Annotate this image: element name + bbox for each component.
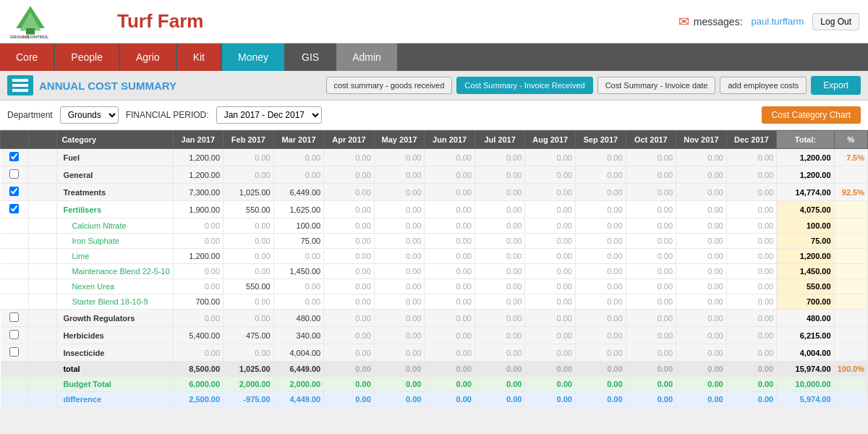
- row-category: Treatments: [57, 184, 173, 201]
- row-code: [29, 166, 57, 184]
- row-value: 0.00: [374, 310, 425, 327]
- row-value: 0.00: [726, 310, 777, 327]
- row-value: 0.00: [626, 201, 676, 218]
- mail-icon: ✉: [678, 14, 689, 30]
- nav-agrio[interactable]: Agrio: [120, 43, 176, 71]
- table-row: Treatments7,300.001,025.006,449.000.000.…: [1, 184, 868, 201]
- row-code: [29, 149, 57, 166]
- row-value: 0.00: [525, 279, 576, 294]
- nav-gis[interactable]: GIS: [286, 43, 335, 71]
- row-total: 14,774.00: [777, 184, 834, 201]
- row-value: 0.00: [324, 264, 375, 279]
- section-icon: [7, 75, 33, 95]
- row-value: 0.00: [173, 264, 224, 279]
- th-oct: Oct 2017: [626, 131, 676, 149]
- cost-category-chart-button[interactable]: Cost Category Chart: [762, 106, 861, 124]
- row-value: 0.00: [575, 327, 626, 344]
- row-value: 1,200.00: [173, 166, 224, 184]
- row-value: 0.00: [475, 166, 524, 184]
- btn-invoice-date[interactable]: Cost Summary - Invoice date: [597, 77, 716, 94]
- row-checkbox-cell: [1, 344, 29, 362]
- logout-button[interactable]: Log Out: [812, 13, 859, 30]
- row-pct: [834, 201, 867, 218]
- row-value: 0.00: [525, 166, 576, 184]
- row-value: 0.00: [173, 310, 224, 327]
- th-apr: Apr 2017: [324, 131, 375, 149]
- row-checkbox[interactable]: [9, 330, 19, 339]
- row-checkbox[interactable]: [9, 152, 19, 161]
- th-may: May 2017: [374, 131, 425, 149]
- nav-people[interactable]: People: [55, 43, 119, 71]
- row-value: 0.00: [374, 201, 425, 218]
- nav-money[interactable]: Money: [222, 43, 284, 71]
- nav-admin[interactable]: Admin: [336, 43, 397, 71]
- table-row: Herbicides5,400.00475.00340.000.000.000.…: [1, 327, 868, 344]
- table-row: Insecticide0.000.004,004.000.000.000.000…: [1, 344, 868, 362]
- row-value: 5,400.00: [173, 327, 224, 344]
- row-checkbox[interactable]: [9, 347, 19, 357]
- nav-core[interactable]: Core: [0, 43, 54, 71]
- row-code: [29, 344, 57, 362]
- row-value: 0.00: [224, 294, 274, 310]
- row-value: 0.00: [525, 344, 576, 362]
- row-value: 0.00: [676, 249, 727, 264]
- nav-kit[interactable]: Kit: [177, 43, 221, 71]
- row-value: 0.00: [425, 310, 475, 327]
- btn-employee-costs[interactable]: add employee costs: [720, 77, 807, 94]
- row-value: 0.00: [726, 184, 777, 201]
- app-title: Turf Farm: [117, 10, 203, 33]
- row-value: 0.00: [726, 344, 777, 362]
- summary-value: 0.00: [676, 377, 727, 392]
- row-code: [29, 249, 57, 264]
- row-category: Fertilisers: [57, 201, 173, 218]
- row-total: 550.00: [777, 279, 834, 294]
- row-code: [29, 201, 57, 218]
- row-code: [29, 234, 57, 249]
- btn-export[interactable]: Export: [811, 76, 861, 95]
- row-value: 0.00: [475, 201, 524, 218]
- summary-value: 0.00: [324, 362, 375, 377]
- dept-select[interactable]: Grounds: [60, 106, 119, 124]
- row-value: 0.00: [626, 184, 676, 201]
- row-value: 0.00: [324, 249, 375, 264]
- section-title: ANNUAL COST SUMMARY: [39, 80, 176, 92]
- row-checkbox[interactable]: [9, 204, 19, 213]
- row-value: 0.00: [626, 310, 676, 327]
- row-value: 100.00: [273, 218, 324, 234]
- btn-invoice-received[interactable]: Cost Summary - Invoice Received: [456, 77, 592, 94]
- row-value: 0.00: [676, 218, 727, 234]
- row-value: 0.00: [626, 166, 676, 184]
- row-value: 0.00: [173, 218, 224, 234]
- row-value: 0.00: [374, 218, 425, 234]
- row-value: 0.00: [626, 234, 676, 249]
- row-value: 0.00: [676, 294, 727, 310]
- th-checkbox: [29, 131, 57, 149]
- th-nov: Nov 2017: [676, 131, 727, 149]
- row-checkbox[interactable]: [9, 169, 19, 179]
- row-total: 1,200.00: [777, 149, 834, 166]
- row-value: 0.00: [575, 201, 626, 218]
- summary-value: 0.00: [374, 392, 425, 407]
- period-select[interactable]: Jan 2017 - Dec 2017: [216, 106, 322, 124]
- messages-button[interactable]: ✉ messages:: [678, 14, 743, 30]
- row-value: 0.00: [324, 184, 375, 201]
- row-checkbox[interactable]: [9, 312, 19, 322]
- row-value: 0.00: [676, 166, 727, 184]
- row-value: 0.00: [324, 310, 375, 327]
- row-value: 0.00: [475, 310, 524, 327]
- row-value: 0.00: [676, 310, 727, 327]
- row-code: [29, 310, 57, 327]
- row-value: 0.00: [224, 310, 274, 327]
- row-value: 0.00: [575, 234, 626, 249]
- row-value: 0.00: [676, 327, 727, 344]
- row-value: 0.00: [324, 201, 375, 218]
- row-checkbox[interactable]: [9, 187, 19, 196]
- btn-goods-received[interactable]: cost summary - goods received: [326, 77, 453, 94]
- summary-pct: [834, 392, 867, 407]
- th-feb: Feb 2017: [224, 131, 274, 149]
- row-value: 6,449.00: [273, 184, 324, 201]
- row-checkbox-cell: [1, 310, 29, 327]
- row-total: 100.00: [777, 218, 834, 234]
- row-value: 0.00: [475, 149, 524, 166]
- row-value: 0.00: [224, 166, 274, 184]
